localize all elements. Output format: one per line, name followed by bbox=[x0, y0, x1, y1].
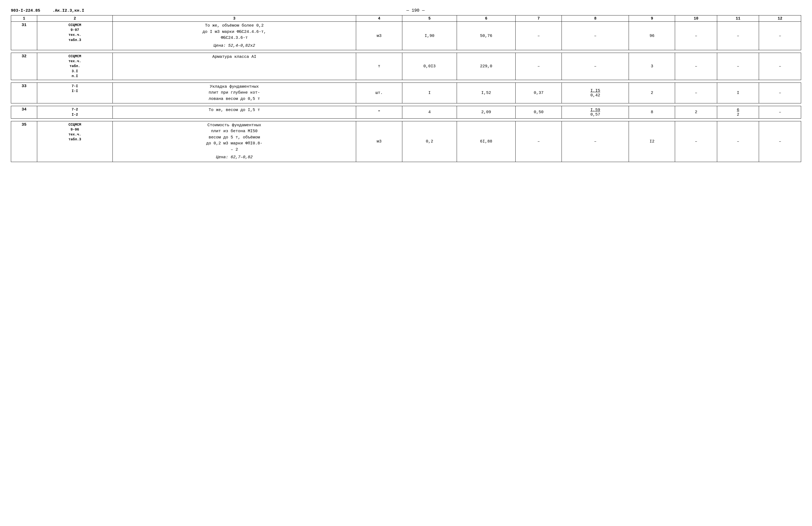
row-code-3: 7-I I-I bbox=[37, 82, 113, 103]
row-col8-4: I,590,57 bbox=[562, 106, 629, 118]
row-col12-3: – bbox=[759, 82, 801, 103]
row-num-1: 31 bbox=[11, 22, 37, 50]
col-header-2: 2 bbox=[37, 15, 113, 22]
row-desc-2: Арматура класса АI bbox=[113, 53, 356, 80]
row-col7-4: 0,50 bbox=[516, 106, 562, 118]
row-col8-5: – bbox=[562, 121, 629, 162]
row-col11-1: – bbox=[717, 22, 759, 50]
row-col9-5: I2 bbox=[629, 121, 675, 162]
table-row: 32ССЦМСМ тех.ч. табл. 3.I п.IАрматура кл… bbox=[11, 53, 801, 80]
col-header-11: 11 bbox=[717, 15, 759, 22]
spacer-row bbox=[11, 118, 801, 121]
row-code-5: ССЦМСМ 9-96 тех.ч. табл.3 bbox=[37, 121, 113, 162]
table-row: 35ССЦМСМ 9-96 тех.ч. табл.3Стоимость фун… bbox=[11, 121, 801, 162]
row-desc-5: Стоимость фундаментных плит из бетона МI… bbox=[113, 121, 356, 162]
col-header-5: 5 bbox=[402, 15, 457, 22]
price-note-1: Цена: 52,4–0,82х2 bbox=[114, 43, 354, 49]
row-col5-5: 0,2 bbox=[402, 121, 457, 162]
row-unit-4: " bbox=[356, 106, 402, 118]
row-col9-2: 3 bbox=[629, 53, 675, 80]
main-table: 1 2 3 4 5 6 7 8 9 10 11 12 31ССЦМСМ 9-97… bbox=[11, 15, 801, 162]
row-col10-5: – bbox=[675, 121, 717, 162]
row-col10-4: 2 bbox=[675, 106, 717, 118]
row-col5-3: I bbox=[402, 82, 457, 103]
row-col12-1: – bbox=[759, 22, 801, 50]
row-unit-1: м3 bbox=[356, 22, 402, 50]
col-header-7: 7 bbox=[516, 15, 562, 22]
row-code-4: 7-2 I-2 bbox=[37, 106, 113, 118]
row-col8-2: – bbox=[562, 53, 629, 80]
row-col7-1: – bbox=[516, 22, 562, 50]
row-num-5: 35 bbox=[11, 121, 37, 162]
row-col6-4: 2,09 bbox=[457, 106, 515, 118]
row-col6-1: 50,76 bbox=[457, 22, 515, 50]
row-code-1: ССЦМСМ 9-97 тех.ч. табл.3 bbox=[37, 22, 113, 50]
row-col10-2: – bbox=[675, 53, 717, 80]
row-num-2: 32 bbox=[11, 53, 37, 80]
row-unit-5: м3 bbox=[356, 121, 402, 162]
spacer-row bbox=[11, 80, 801, 82]
row-col10-1: – bbox=[675, 22, 717, 50]
col-header-4: 4 bbox=[356, 15, 402, 22]
row-col10-3: – bbox=[675, 82, 717, 103]
row-col8-3: I,I50,42 bbox=[562, 82, 629, 103]
row-unit-2: т bbox=[356, 53, 402, 80]
row-col12-5: – bbox=[759, 121, 801, 162]
col-header-3: 3 bbox=[113, 15, 356, 22]
col-header-8: 8 bbox=[562, 15, 629, 22]
spacer-row bbox=[11, 103, 801, 106]
row-col9-1: 96 bbox=[629, 22, 675, 50]
row-col6-3: I,52 bbox=[457, 82, 515, 103]
col-header-1: 1 bbox=[11, 15, 37, 22]
row-col8-1: – bbox=[562, 22, 629, 50]
row-desc-3: Укладка фундаментных плит при глубине ко… bbox=[113, 82, 356, 103]
col-header-12: 12 bbox=[759, 15, 801, 22]
doc-info: 903-I-224.85 .Ак.I2.3,кн.I bbox=[11, 9, 84, 13]
table-header-row: 1 2 3 4 5 6 7 8 9 10 11 12 bbox=[11, 15, 801, 22]
spacer-row bbox=[11, 50, 801, 53]
col-header-9: 9 bbox=[629, 15, 675, 22]
page-number: — 190 — bbox=[406, 8, 425, 13]
row-desc-4: То же, весом до I,5 т bbox=[113, 106, 356, 118]
row-col11-4: 62 bbox=[717, 106, 759, 118]
row-col7-3: 0,37 bbox=[516, 82, 562, 103]
doc-ref: .Ак.I2.3,кн.I bbox=[53, 9, 84, 13]
page-header: 903-I-224.85 .Ак.I2.3,кн.I — 190 — bbox=[11, 8, 801, 13]
row-col12-2: – bbox=[759, 53, 801, 80]
row-col11-3: I bbox=[717, 82, 759, 103]
row-col5-2: 0,0I3 bbox=[402, 53, 457, 80]
row-col5-4: 4 bbox=[402, 106, 457, 118]
doc-number: 903-I-224.85 bbox=[11, 9, 40, 13]
row-col12-4: – bbox=[759, 106, 801, 118]
table-row: 337-I I-IУкладка фундаментных плит при г… bbox=[11, 82, 801, 103]
row-col7-5: – bbox=[516, 121, 562, 162]
price-note-5: Цена: 62,7–0,82 bbox=[114, 154, 354, 161]
row-col9-3: 2 bbox=[629, 82, 675, 103]
row-col7-2: – bbox=[516, 53, 562, 80]
row-desc-1: То же, объёмом более 0,2 до I м3 марки Ф… bbox=[113, 22, 356, 50]
row-col6-5: 6I,88 bbox=[457, 121, 515, 162]
col-header-6: 6 bbox=[457, 15, 515, 22]
row-col5-1: I,90 bbox=[402, 22, 457, 50]
col-header-10: 10 bbox=[675, 15, 717, 22]
row-num-4: 34 bbox=[11, 106, 37, 118]
row-col11-2: – bbox=[717, 53, 759, 80]
row-col6-2: 229,0 bbox=[457, 53, 515, 80]
row-num-3: 33 bbox=[11, 82, 37, 103]
row-col9-4: 8 bbox=[629, 106, 675, 118]
table-row: 31ССЦМСМ 9-97 тех.ч. табл.3То же, объёмо… bbox=[11, 22, 801, 50]
table-row: 347-2 I-2То же, весом до I,5 т"42,090,50… bbox=[11, 106, 801, 118]
row-col11-5: – bbox=[717, 121, 759, 162]
row-unit-3: шт. bbox=[356, 82, 402, 103]
row-code-2: ССЦМСМ тех.ч. табл. 3.I п.I bbox=[37, 53, 113, 80]
